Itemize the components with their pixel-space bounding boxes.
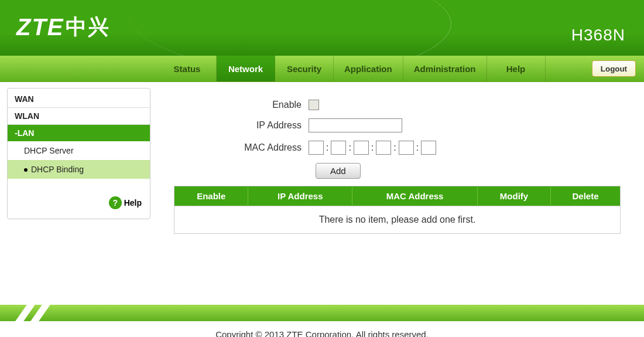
ip-address-label: IP Address xyxy=(174,120,309,131)
logout-button[interactable]: Logout xyxy=(592,60,636,77)
sidebar-item-wlan[interactable]: WLAN xyxy=(8,108,150,125)
tab-help[interactable]: Help xyxy=(487,56,546,81)
main-content: Enable IP Address MAC Address : : : : : … xyxy=(150,82,644,281)
footer-stripe xyxy=(0,305,644,321)
sidebar-item-wan[interactable]: WAN xyxy=(8,91,150,108)
tab-administration[interactable]: Administration xyxy=(403,56,487,81)
header-banner: ZTE中兴 H368N xyxy=(0,0,644,56)
enable-label: Enable xyxy=(174,100,309,110)
tab-security[interactable]: Security xyxy=(275,56,334,81)
mac-octet-4[interactable] xyxy=(376,141,391,155)
top-nav: Status Network Security Application Admi… xyxy=(0,56,644,82)
sidebar-sub-label: DHCP Binding xyxy=(31,165,84,174)
table-empty-row: There is no item, please add one first. xyxy=(174,206,621,234)
table-empty-message: There is no item, please add one first. xyxy=(174,206,621,234)
mac-octet-1[interactable] xyxy=(309,141,324,155)
help-icon: ? xyxy=(109,196,122,209)
sidebar-help-label: Help xyxy=(124,198,142,207)
mac-octet-2[interactable] xyxy=(331,141,346,155)
binding-table: Enable IP Address MAC Address Modify Del… xyxy=(174,186,621,234)
brand-logo: ZTE中兴 xyxy=(16,13,110,42)
col-ip-address: IP Address xyxy=(248,186,352,206)
col-delete: Delete xyxy=(550,186,620,206)
ip-address-input[interactable] xyxy=(309,118,402,132)
bullet-icon xyxy=(24,168,28,172)
device-model: H368N xyxy=(571,26,625,45)
logo-text: ZTE xyxy=(16,14,64,40)
sidebar: WAN WLAN -LAN DHCP Server DHCP Binding ?… xyxy=(7,88,150,219)
mac-address-group: : : : : : xyxy=(309,141,436,155)
tab-application[interactable]: Application xyxy=(334,56,403,81)
mac-octet-5[interactable] xyxy=(399,141,414,155)
col-mac-address: MAC Address xyxy=(352,186,478,206)
sidebar-item-lan[interactable]: -LAN xyxy=(8,125,150,141)
mac-octet-3[interactable] xyxy=(354,141,369,155)
sidebar-sub-dhcp-binding[interactable]: DHCP Binding xyxy=(8,160,150,179)
tab-network[interactable]: Network xyxy=(217,56,275,81)
tab-status[interactable]: Status xyxy=(158,56,217,81)
mac-octet-6[interactable] xyxy=(421,141,436,155)
col-enable: Enable xyxy=(174,186,248,206)
footer-copyright: Copyright © 2013 ZTE Corporation. All ri… xyxy=(0,321,644,337)
col-modify: Modify xyxy=(478,186,551,206)
sidebar-help[interactable]: ?Help xyxy=(8,179,150,213)
sidebar-sub-dhcp-server[interactable]: DHCP Server xyxy=(8,141,150,160)
mac-address-label: MAC Address xyxy=(174,142,309,153)
logo-zh: 中兴 xyxy=(66,13,110,42)
enable-checkbox[interactable] xyxy=(309,100,319,110)
add-button[interactable]: Add xyxy=(316,163,361,179)
